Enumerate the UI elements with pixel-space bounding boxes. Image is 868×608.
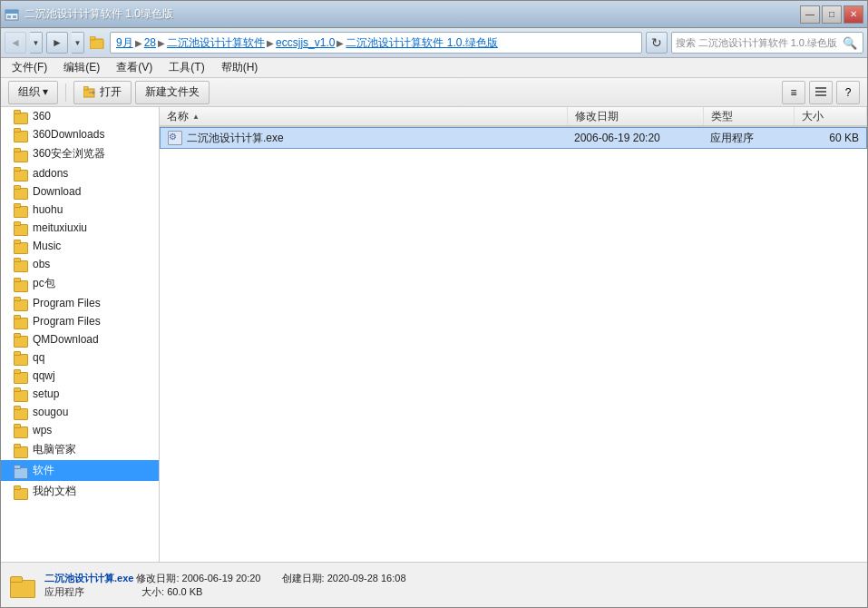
sidebar-folder-list: 360360Downloads360安全浏览器addonsDownloadhuo… <box>1 107 159 502</box>
sidebar-item-0[interactable]: 360 <box>1 107 159 125</box>
view-details-button[interactable] <box>809 81 833 104</box>
folder-icon-11 <box>14 315 28 328</box>
table-row[interactable]: 二沉池设计计算.exe2006-06-19 20:20应用程序60 KB <box>160 127 867 149</box>
status-created-label: 创建日期: <box>282 573 327 583</box>
breadcrumb-item-1[interactable]: 9月 <box>116 35 133 51</box>
open-button[interactable]: 打开 <box>73 81 132 104</box>
sidebar-item-13[interactable]: qq <box>1 348 159 367</box>
folder-name-20: 我的文档 <box>33 484 76 499</box>
refresh-button[interactable]: ↻ <box>646 32 668 54</box>
sidebar: 360360Downloads360安全浏览器addonsDownloadhuo… <box>1 107 160 562</box>
file-size-cell-0: 60 KB <box>794 128 866 148</box>
svg-rect-7 <box>83 86 88 90</box>
col-header-date[interactable]: 修改日期 <box>568 107 704 125</box>
search-icon[interactable]: 🔍 <box>841 34 859 52</box>
sidebar-item-16[interactable]: sougou <box>1 403 159 421</box>
folder-icon-7 <box>14 240 28 252</box>
minimize-button[interactable]: — <box>800 5 820 24</box>
breadcrumb-arrow-4: ▶ <box>336 38 344 48</box>
menubar: 文件(F) 编辑(E) 查看(V) 工具(T) 帮助(H) <box>1 58 867 78</box>
status-detail-row: 应用程序 大小: 60.0 KB <box>44 585 406 599</box>
menu-help[interactable]: 帮助(H) <box>214 58 266 77</box>
svg-rect-4 <box>90 39 103 49</box>
forward-dropdown[interactable]: ▼ <box>72 32 84 54</box>
maximize-button[interactable]: □ <box>822 5 842 24</box>
window-title: 二沉池设计计算软件 1.0绿色版 <box>24 6 800 22</box>
sidebar-item-14[interactable]: qqwj <box>1 367 159 385</box>
breadcrumb[interactable]: 9月 ▶ 28 ▶ 二沉池设计计算软件 ▶ eccsjjs_v1.0 ▶ 二沉池… <box>110 32 642 54</box>
menu-file[interactable]: 文件(F) <box>5 58 54 77</box>
column-header: 名称 ▲ 修改日期 类型 大小 <box>160 107 867 127</box>
sidebar-item-11[interactable]: Program Files <box>1 312 159 330</box>
sidebar-item-19[interactable]: 软件 <box>1 460 159 481</box>
sidebar-item-8[interactable]: obs <box>1 255 159 273</box>
back-dropdown[interactable]: ▼ <box>30 32 43 54</box>
folder-name-1: 360Downloads <box>33 128 104 141</box>
folder-name-10: Program Files <box>33 297 101 309</box>
status-size-label: 大小: <box>141 586 167 597</box>
svg-rect-11 <box>815 91 826 93</box>
breadcrumb-item-4[interactable]: eccsjjs_v1.0 <box>276 36 335 49</box>
file-list: 名称 ▲ 修改日期 类型 大小 二沉池设计计算.exe2006-06-19 20… <box>160 107 867 562</box>
sidebar-item-4[interactable]: Download <box>1 182 159 201</box>
col-header-type[interactable]: 类型 <box>704 107 795 125</box>
sidebar-item-15[interactable]: setup <box>1 385 159 403</box>
folder-icon-6 <box>14 221 28 234</box>
folder-name-8: obs <box>33 258 50 270</box>
status-filename: 二沉池设计计算.exe <box>44 573 133 583</box>
sidebar-item-6[interactable]: meituxiuxiu <box>1 219 159 237</box>
folder-icon-14 <box>14 369 28 382</box>
close-button[interactable]: ✕ <box>844 5 863 24</box>
main-window: 二沉池设计计算软件 1.0绿色版 — □ ✕ ◄ ▼ ► ▼ 9月 <box>0 0 868 608</box>
sidebar-item-7[interactable]: Music <box>1 237 159 255</box>
folder-name-16: sougou <box>33 406 68 418</box>
menu-edit[interactable]: 编辑(E) <box>56 58 107 77</box>
breadcrumb-item-3[interactable]: 二沉池设计计算软件 <box>167 35 265 51</box>
col-header-name[interactable]: 名称 ▲ <box>160 107 568 125</box>
folder-icon-20 <box>14 485 28 498</box>
new-folder-button[interactable]: 新建文件夹 <box>135 81 210 104</box>
breadcrumb-arrow-1: ▶ <box>135 38 142 48</box>
breadcrumb-item-2[interactable]: 28 <box>144 36 156 49</box>
toolbar-separator-1 <box>65 83 66 102</box>
folder-icon-17 <box>14 424 28 436</box>
folder-icon-13 <box>14 351 28 364</box>
menu-view[interactable]: 查看(V) <box>109 58 160 77</box>
open-icon <box>83 86 96 99</box>
forward-button[interactable]: ► <box>46 32 68 54</box>
sidebar-item-1[interactable]: 360Downloads <box>1 125 159 143</box>
sidebar-item-20[interactable]: 我的文档 <box>1 481 159 502</box>
location-icon <box>88 34 106 52</box>
organize-button[interactable]: 组织 ▾ <box>8 81 58 104</box>
status-text-area: 二沉池设计计算.exe 修改日期: 2006-06-19 20:20 创建日期:… <box>44 572 406 599</box>
details-view-icon <box>815 87 826 98</box>
folder-name-3: addons <box>33 167 68 180</box>
sidebar-item-10[interactable]: Program Files <box>1 294 159 312</box>
folder-name-0: 360 <box>33 110 51 123</box>
folder-icon-4 <box>14 185 28 198</box>
folder-name-2: 360安全浏览器 <box>33 146 105 162</box>
nav-row: ◄ ▼ ► ▼ 9月 ▶ 28 ▶ 二沉池设计计算软件 ▶ eccsjjs_v1… <box>5 31 863 54</box>
col-header-size[interactable]: 大小 <box>795 107 867 125</box>
sidebar-item-3[interactable]: addons <box>1 164 159 182</box>
file-name-0: 二沉池设计计算.exe <box>187 131 284 146</box>
help-button[interactable]: ? <box>836 81 860 104</box>
titlebar-buttons: — □ ✕ <box>800 5 863 24</box>
window-icon <box>5 7 19 22</box>
folder-name-14: qqwj <box>33 369 55 382</box>
file-date-cell-0: 2006-06-19 20:20 <box>567 128 703 148</box>
menu-tools[interactable]: 工具(T) <box>161 58 211 77</box>
folder-icon-5 <box>14 203 28 216</box>
breadcrumb-item-5[interactable]: 二沉池设计计算软件 1.0.绿色版 <box>346 35 497 51</box>
search-bar[interactable]: 搜索 二沉池设计计算软件 1.0.绿色版 🔍 <box>671 32 863 54</box>
sidebar-item-17[interactable]: wps <box>1 421 159 439</box>
file-type-cell-0: 应用程序 <box>703 128 794 148</box>
sidebar-item-12[interactable]: QMDownload <box>1 330 159 348</box>
back-button[interactable]: ◄ <box>5 32 26 54</box>
sidebar-item-2[interactable]: 360安全浏览器 <box>1 143 159 164</box>
sidebar-item-18[interactable]: 电脑管家 <box>1 439 159 460</box>
view-toggle-button[interactable]: ≡ <box>782 81 805 104</box>
sidebar-item-5[interactable]: huohu <box>1 201 159 219</box>
sidebar-item-9[interactable]: pc包 <box>1 273 159 294</box>
breadcrumb-arrow-3: ▶ <box>267 38 274 48</box>
